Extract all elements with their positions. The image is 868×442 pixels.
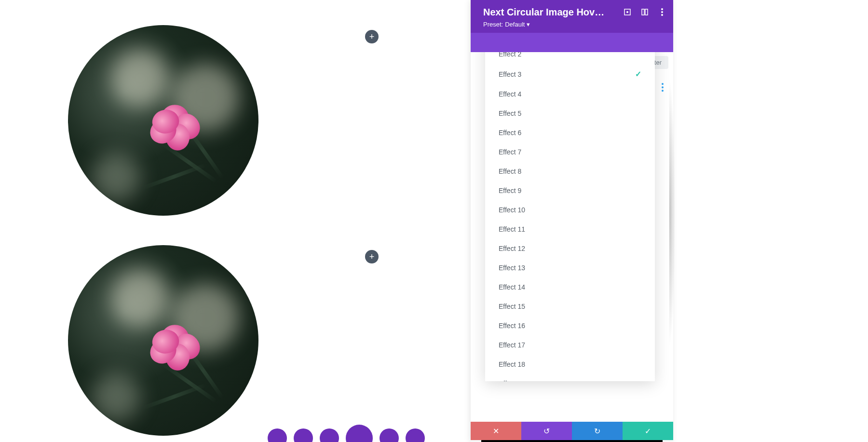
effect-option[interactable]: Effect 18 bbox=[485, 355, 655, 374]
effect-option-label: Effect 14 bbox=[499, 283, 525, 291]
plus-icon: + bbox=[369, 32, 375, 42]
effect-option-label: Effect 5 bbox=[499, 110, 521, 117]
panel-footer: ✕ ↺ ↻ ✓ bbox=[471, 422, 673, 440]
panel-shadow bbox=[669, 77, 675, 347]
svg-rect-2 bbox=[642, 9, 644, 15]
action-bubble[interactable] bbox=[268, 428, 287, 442]
effect-option[interactable]: Effect 10 bbox=[485, 200, 655, 220]
save-button[interactable]: ✓ bbox=[623, 422, 673, 440]
effect-option-label: Effect 15 bbox=[499, 303, 525, 310]
caret-down-icon: ▾ bbox=[527, 21, 530, 28]
snap-icon[interactable] bbox=[640, 8, 649, 16]
preset-selector[interactable]: Preset: Default ▾ bbox=[483, 21, 665, 28]
effect-option[interactable]: Effect 5 bbox=[485, 104, 655, 123]
effect-option[interactable]: Effect 19 bbox=[485, 374, 655, 381]
effect-option-label: Effect 10 bbox=[499, 206, 525, 214]
effect-option-label: Effect 19 bbox=[499, 380, 525, 381]
effect-option-label: Effect 2 bbox=[499, 52, 521, 58]
effect-option[interactable]: Effect 16 bbox=[485, 316, 655, 335]
panel-title: Next Circular Image Hover S... bbox=[483, 7, 609, 18]
flower-graphic bbox=[148, 105, 201, 153]
action-bubble[interactable] bbox=[294, 428, 313, 442]
more-icon[interactable] bbox=[658, 8, 666, 16]
undo-icon: ↺ bbox=[543, 427, 550, 436]
preset-label: Preset: bbox=[483, 21, 503, 28]
svg-rect-3 bbox=[645, 9, 648, 15]
effect-option-label: Effect 6 bbox=[499, 129, 521, 137]
action-bubble[interactable] bbox=[406, 428, 425, 442]
svg-point-1 bbox=[626, 11, 628, 13]
circular-image-module-2[interactable] bbox=[68, 245, 258, 436]
cancel-button[interactable]: ✕ bbox=[471, 422, 521, 440]
effect-option-label: Effect 4 bbox=[499, 90, 521, 98]
circle-image bbox=[68, 245, 258, 436]
effect-option[interactable]: Effect 14 bbox=[485, 277, 655, 297]
effect-option[interactable]: Effect 13 bbox=[485, 258, 655, 277]
effect-option[interactable]: Effect 2 bbox=[485, 52, 655, 64]
undo-button[interactable]: ↺ bbox=[521, 422, 572, 440]
add-module-button[interactable]: + bbox=[365, 30, 379, 43]
settings-panel: Next Circular Image Hover S... Preset: D… bbox=[471, 0, 673, 442]
options-kebab-icon[interactable] bbox=[662, 83, 664, 92]
canvas-area: + + bbox=[0, 0, 471, 442]
panel-header: Next Circular Image Hover S... Preset: D… bbox=[471, 0, 673, 33]
effect-option-label: Effect 8 bbox=[499, 167, 521, 175]
svg-point-6 bbox=[661, 14, 663, 16]
panel-body: ter Effect 1Effect 2Effect 3✓Effect 4Eff… bbox=[471, 52, 673, 422]
effect-option[interactable]: Effect 12 bbox=[485, 239, 655, 258]
svg-point-5 bbox=[661, 11, 663, 13]
effect-dropdown: Effect 1Effect 2Effect 3✓Effect 4Effect … bbox=[485, 52, 655, 381]
effect-option-label: Effect 16 bbox=[499, 322, 525, 330]
action-bubble[interactable] bbox=[380, 428, 399, 442]
circle-image bbox=[68, 25, 258, 216]
effect-option[interactable]: Effect 8 bbox=[485, 162, 655, 181]
effect-option[interactable]: Effect 17 bbox=[485, 335, 655, 355]
effect-option[interactable]: Effect 9 bbox=[485, 181, 655, 200]
effect-option[interactable]: Effect 15 bbox=[485, 297, 655, 316]
check-icon: ✓ bbox=[645, 427, 651, 436]
footer-indicator bbox=[481, 440, 663, 442]
redo-icon: ↻ bbox=[594, 427, 600, 436]
add-module-button[interactable]: + bbox=[365, 250, 379, 263]
effect-option-label: Effect 9 bbox=[499, 187, 521, 194]
action-bubble-main[interactable] bbox=[346, 425, 373, 442]
bottom-action-bubbles bbox=[268, 425, 425, 442]
effect-option-label: Effect 12 bbox=[499, 245, 525, 252]
action-bubble[interactable] bbox=[320, 428, 339, 442]
plus-icon: + bbox=[369, 252, 375, 262]
circular-image-module-1[interactable] bbox=[68, 25, 258, 216]
check-icon: ✓ bbox=[635, 69, 641, 79]
svg-point-4 bbox=[661, 8, 663, 10]
close-icon: ✕ bbox=[493, 427, 499, 436]
flower-graphic bbox=[148, 325, 201, 373]
redo-button[interactable]: ↻ bbox=[572, 422, 623, 440]
expand-icon[interactable] bbox=[623, 8, 632, 16]
effect-option[interactable]: Effect 4 bbox=[485, 84, 655, 104]
tab-bar[interactable] bbox=[471, 33, 673, 52]
effect-option[interactable]: Effect 11 bbox=[485, 220, 655, 239]
effect-option-label: Effect 3 bbox=[499, 70, 521, 78]
effect-option-label: Effect 17 bbox=[499, 341, 525, 349]
effect-option[interactable]: Effect 7 bbox=[485, 142, 655, 162]
effect-option[interactable]: Effect 6 bbox=[485, 123, 655, 142]
filter-text-tail: ter bbox=[654, 59, 662, 66]
effect-option-label: Effect 13 bbox=[499, 264, 525, 272]
effect-option-label: Effect 7 bbox=[499, 148, 521, 156]
effect-option-label: Effect 18 bbox=[499, 360, 525, 368]
right-gutter bbox=[673, 0, 868, 442]
effect-option[interactable]: Effect 3✓ bbox=[485, 64, 655, 84]
effect-option-label: Effect 11 bbox=[499, 225, 525, 233]
preset-value: Default bbox=[505, 21, 525, 28]
